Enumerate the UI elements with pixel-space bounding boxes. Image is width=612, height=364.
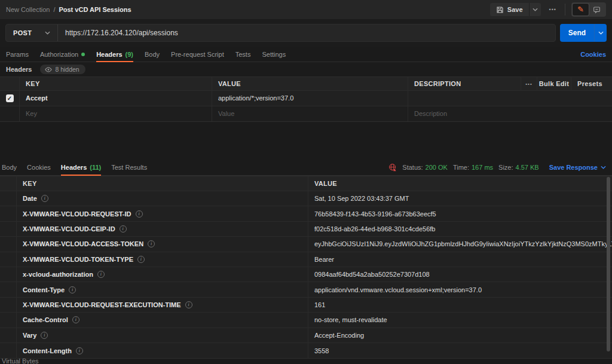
request-response-gap [0,122,612,160]
response-header-key: X-VMWARE-VCLOUD-CEIP-ID i [17,222,308,236]
info-icon[interactable]: i [76,347,83,354]
key-text: Date [23,195,37,202]
header-key-cell[interactable]: Accept [20,91,212,106]
info-icon[interactable]: i [137,256,145,263]
response-header-value: no-store, must-revalidate [308,313,612,327]
presets-dropdown[interactable]: Presets [571,77,612,90]
header-value-cell[interactable]: application/*;version=37.0 [212,91,408,106]
method-label: POST [13,29,32,36]
footer-partial-text: Virtual Bytes [2,357,39,364]
top-bar-divider [565,4,565,16]
response-tab-body[interactable]: Body [2,160,17,175]
response-header-key: Content-Length i [17,343,308,358]
response-scrollbar[interactable] [607,177,610,351]
response-tab-headers[interactable]: Headers (11) [61,160,101,175]
response-header-row-date: Date i Sat, 10 Sep 2022 03:43:37 GMT [0,191,612,206]
info-icon[interactable]: i [69,286,76,293]
method-selector[interactable]: POST [6,29,57,36]
time-indicator[interactable]: Time: 167 ms [453,164,493,171]
response-header-row-token-type: X-VMWARE-VCLOUD-TOKEN-TYPE i Bearer [0,252,612,267]
description-column-header: DESCRIPTION [408,77,521,90]
tab-body[interactable]: Body [145,47,160,62]
url-input[interactable]: https://172.16.204.120/api/sessions [58,29,185,37]
response-header-row-access-token: X-VMWARE-VCLOUD-ACCESS-TOKEN i eyJhbGciO… [0,237,612,252]
comments-button[interactable] [589,4,605,16]
info-icon[interactable]: i [148,240,155,247]
new-value-input[interactable]: Value [212,106,408,122]
tab-pre-request-script[interactable]: Pre-request Script [171,47,224,62]
tab-params[interactable]: Params [6,47,29,62]
tab-headers-count: (9) [126,51,133,58]
info-icon[interactable]: i [185,301,192,308]
response-header-value: 3558 [308,343,612,358]
edit-documentation-button[interactable]: ✎ [573,4,589,16]
response-header-row-execution-time: X-VMWARE-VCLOUD-REQUEST-EXECUTION-TIME i… [0,298,612,313]
info-icon[interactable]: i [41,332,48,339]
info-icon[interactable]: i [72,316,79,323]
info-icon[interactable]: i [136,210,143,218]
key-text: Content-Type [23,286,65,293]
tab-pre-request-script-label: Pre-request Script [171,51,224,58]
send-button[interactable]: Send [560,24,594,42]
new-description-input[interactable]: Description [408,106,612,122]
request-headers-table-header: KEY VALUE DESCRIPTION ••• Bulk Edit Pres… [0,77,612,91]
response-header-row-ceip-id: X-VMWARE-VCLOUD-CEIP-ID i f02c518d-ab26-… [0,222,612,237]
save-response-dropdown[interactable]: Save Response [549,164,606,171]
cookies-link[interactable]: Cookies [580,47,606,62]
gutter-cell [0,267,17,282]
request-tabs: Params Authorization Headers (9) Body Pr… [0,47,612,62]
send-options-caret[interactable] [594,24,607,42]
send-button-group: Send [560,24,607,42]
response-header-value: Sat, 10 Sep 2022 03:43:37 GMT [308,191,612,206]
response-header-row-vary: Vary i Accept-Encoding [0,328,612,343]
row-checkbox-cell [0,106,20,122]
response-header-value: 161 [308,298,612,312]
ssl-warning-globe-icon[interactable] [388,163,397,172]
column-options-button[interactable]: ••• [521,77,537,90]
response-meta: Status: 200 OK Time: 167 ms Size: 4.57 K… [388,160,606,175]
save-button[interactable]: Save [490,3,529,16]
response-header-key: x-vcloud-authorization i [17,267,308,282]
response-header-value: Bearer [308,252,612,267]
response-header-value: eyJhbGciOiJSUzI1NiJ9.eyJzdWIiOiJhZG1pbml… [308,237,612,251]
more-actions-button[interactable]: ••• [547,4,559,15]
gutter-cell [0,222,17,236]
gutter-cell [0,343,17,358]
response-tab-headers-count: (11) [90,164,101,171]
response-tab-headers-label: Headers [61,164,87,171]
gutter-cell [0,282,17,296]
hidden-headers-toggle[interactable]: 8 hidden [40,65,85,74]
response-tabs: Body Cookies Headers (11) Test Results S… [0,160,612,176]
status-indicator[interactable]: Status: 200 OK [402,164,448,171]
info-icon[interactable]: i [120,225,127,233]
response-value-column-header: VALUE [308,176,612,191]
request-headers-table: KEY VALUE DESCRIPTION ••• Bulk Edit Pres… [0,77,612,122]
info-icon[interactable]: i [41,195,48,202]
bulk-edit-button[interactable]: Bulk Edit [537,77,571,90]
tab-tests-label: Tests [235,51,251,58]
accept-row-checkbox[interactable]: ✓ [6,94,14,102]
save-options-caret[interactable] [529,3,541,16]
tab-authorization-label: Authorization [40,51,78,58]
header-description-cell[interactable] [408,91,612,106]
response-header-value: Accept-Encoding [308,328,612,342]
status-value: 200 OK [426,164,448,171]
tab-authorization[interactable]: Authorization [40,47,85,62]
breadcrumb-request-name[interactable]: Post vCD API Sessions [59,6,131,13]
new-key-input[interactable]: Key [20,106,212,122]
breadcrumb-separator: / [53,6,55,13]
tab-headers[interactable]: Headers (9) [96,47,133,62]
tab-settings[interactable]: Settings [262,47,286,62]
info-icon[interactable]: i [97,271,105,278]
key-column-header: KEY [20,77,212,90]
response-header-key: Content-Type i [17,282,308,296]
key-text: Vary [23,332,36,339]
size-indicator[interactable]: Size: 4.57 KB [498,164,539,171]
response-tab-cookies[interactable]: Cookies [27,160,51,175]
tab-tests[interactable]: Tests [235,47,251,62]
breadcrumb: New Collection / Post vCD API Sessions [6,6,131,13]
key-text: X-VMWARE-VCLOUD-REQUEST-EXECUTION-TIME [23,301,181,308]
breadcrumb-collection[interactable]: New Collection [6,6,50,13]
response-tab-test-results[interactable]: Test Results [111,160,147,175]
response-header-row-request-id: X-VMWARE-VCLOUD-REQUEST-ID i 76b58439-f1… [0,206,612,221]
